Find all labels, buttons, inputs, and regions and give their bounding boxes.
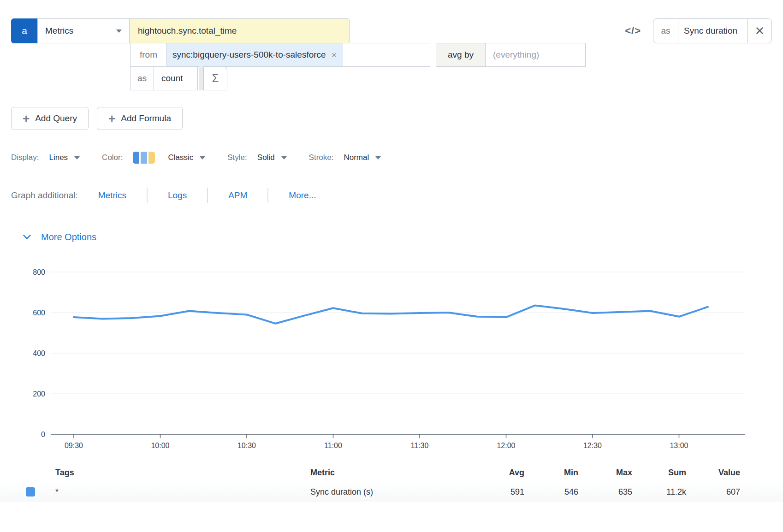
plus-icon: + [23, 112, 30, 124]
from-label: from [130, 43, 167, 67]
legend-table: Tags Metric Avg Min Max Sum Value * Sync… [0, 463, 783, 502]
header-value: Value [686, 468, 740, 478]
plus-icon: + [108, 112, 115, 124]
cell-sum: 11.2k [632, 487, 686, 497]
legend-row[interactable]: * Sync duration (s) 591 546 635 11.2k 60… [0, 482, 783, 502]
timeseries-chart-svg: 020040060080009:3010:0010:3011:0011:3012… [0, 258, 783, 456]
query-row-as: as count Σ [130, 66, 783, 90]
header-metric: Metric [310, 468, 470, 478]
close-icon[interactable]: ✕ [747, 19, 771, 43]
aggregator-dropdown[interactable]: avg by [436, 43, 486, 67]
display-options-row: Display: Lines Color: Classic Style: Sol… [11, 152, 783, 164]
cell-metric: Sync duration (s) [310, 487, 470, 497]
metric-editor-page: a Metrics hightouch.sync.total_time from… [0, 0, 783, 532]
cell-min: 546 [524, 487, 578, 497]
code-view-icon[interactable]: </> [625, 25, 641, 37]
group-by-input[interactable]: (everything) [485, 43, 586, 67]
alias-as-label: as [653, 19, 678, 43]
display-label: Display: [11, 153, 39, 162]
function-drag-handle[interactable] [199, 66, 203, 90]
metric-name-input[interactable]: hightouch.sync.total_time [129, 18, 350, 43]
graph-additional-apm-link[interactable]: APM [208, 190, 267, 201]
svg-text:0: 0 [41, 431, 45, 438]
query-letter-badge[interactable]: a [11, 18, 38, 43]
svg-text:12:30: 12:30 [583, 442, 602, 449]
metric-name-value: hightouch.sync.total_time [138, 26, 237, 36]
style-dropdown[interactable]: Solid [257, 153, 287, 162]
chevron-down-icon [23, 235, 31, 240]
graph-additional-label: Graph additional: [11, 190, 78, 201]
style-label: Style: [227, 153, 247, 162]
graph-additional-logs-link[interactable]: Logs [148, 190, 207, 201]
scope-filter-input[interactable]: sync:bigquery-users-500k-to-salesforce × [166, 43, 430, 67]
header-min: Min [524, 468, 578, 478]
svg-text:10:00: 10:00 [151, 442, 169, 449]
graph-additional-metrics-link[interactable]: Metrics [78, 190, 147, 201]
query-actions: + Add Query + Add Formula [11, 107, 783, 130]
graph-additional-row: Graph additional: Metrics Logs APM More.… [11, 188, 783, 203]
svg-text:09:30: 09:30 [65, 442, 83, 449]
more-options-toggle[interactable]: More Options [23, 232, 143, 242]
svg-text:200: 200 [33, 390, 45, 398]
color-dropdown[interactable]: Classic [133, 152, 205, 164]
legend-header-row: Tags Metric Avg Min Max Sum Value [0, 463, 783, 482]
add-formula-button[interactable]: + Add Formula [97, 107, 183, 130]
graph-additional-more-link[interactable]: More... [268, 190, 336, 201]
cell-tags: * [55, 487, 310, 497]
color-label: Color: [102, 153, 123, 162]
series-color-swatch[interactable] [26, 487, 35, 497]
cell-avg: 591 [470, 487, 524, 497]
header-max: Max [578, 468, 632, 478]
alias-group: as Sync duration ✕ [653, 18, 772, 43]
query-builder: a Metrics hightouch.sync.total_time from… [0, 0, 783, 90]
svg-text:12:00: 12:00 [497, 442, 515, 449]
svg-text:10:30: 10:30 [237, 442, 256, 449]
svg-text:400: 400 [33, 349, 45, 357]
palette-swatch-icon [133, 152, 155, 164]
svg-text:800: 800 [33, 268, 45, 276]
chevron-down-icon [116, 30, 122, 33]
timeseries-chart[interactable]: 020040060080009:3010:0010:3011:0011:3012… [0, 258, 783, 456]
remove-tag-icon[interactable]: × [332, 50, 337, 60]
chevron-down-icon [375, 156, 381, 160]
group-by-placeholder: (everything) [493, 50, 539, 60]
header-avg: Avg [470, 468, 524, 478]
svg-text:11:00: 11:00 [324, 442, 342, 449]
cell-max: 635 [578, 487, 632, 497]
query-row-filter: from sync:bigquery-users-500k-to-salesfo… [130, 43, 783, 67]
chevron-down-icon [281, 156, 287, 160]
alias-area: </> as Sync duration ✕ [625, 18, 772, 43]
header-sum: Sum [632, 468, 686, 478]
scope-tag-text: sync:bigquery-users-500k-to-salesforce [172, 50, 326, 60]
stroke-dropdown[interactable]: Normal [344, 153, 381, 162]
svg-text:11:30: 11:30 [411, 442, 429, 449]
sigma-icon: Σ [212, 72, 219, 85]
svg-text:13:00: 13:00 [670, 442, 688, 449]
section-divider [0, 144, 783, 144]
stroke-label: Stroke: [309, 153, 334, 162]
svg-text:600: 600 [33, 309, 45, 317]
data-source-label: Metrics [45, 26, 73, 36]
chevron-down-icon [200, 156, 205, 160]
as-label: as [130, 66, 154, 90]
display-type-dropdown[interactable]: Lines [49, 153, 80, 162]
as-count-dropdown[interactable]: count [154, 66, 198, 90]
add-function-button[interactable]: Σ [203, 66, 227, 90]
add-query-button[interactable]: + Add Query [11, 107, 89, 130]
data-source-dropdown[interactable]: Metrics [37, 18, 130, 43]
chevron-down-icon [74, 156, 80, 160]
scope-tag-chip[interactable]: sync:bigquery-users-500k-to-salesforce × [167, 43, 343, 66]
header-tags: Tags [55, 468, 310, 478]
cell-value: 607 [686, 487, 740, 497]
alias-input[interactable]: Sync duration [678, 19, 747, 43]
